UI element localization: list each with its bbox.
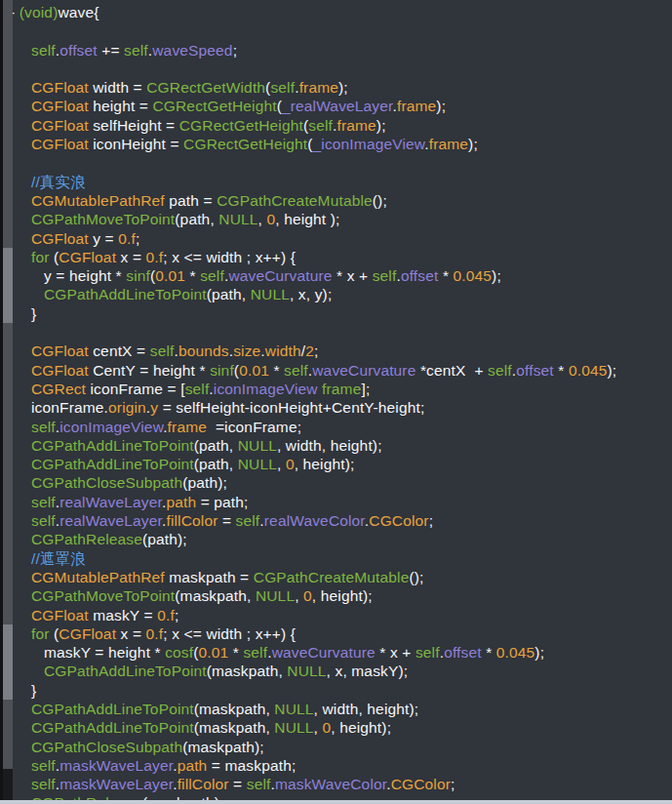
fold-region-indicator[interactable] [3,248,13,323]
code-line[interactable]: CGFloat maskY = 0.f; [0,606,672,624]
code-token-type: 0 [303,587,312,604]
code-token-plain: ); [492,267,501,284]
code-token-plain: ; [233,42,237,59]
code-token-func: self [31,419,56,435]
code-token-func: for [31,625,50,642]
code-token-func: NULL [274,719,313,736]
code-line[interactable]: CGPathAddLineToPoint(maskpath, NULL, x, … [0,662,672,680]
code-line[interactable]: CGPathAddLineToPoint(maskpath, NULL, 0, … [0,718,672,737]
code-token-plain: (path, [207,286,251,302]
code-line[interactable]: CGFloat iconHeight = CGRectGetHeight(_ic… [0,135,672,153]
code-line[interactable]: for (CGFloat x = 0.f; x <= width ; x++) … [0,248,672,266]
code-line[interactable]: CGRect iconFrame = [self.iconImageView f… [0,380,672,398]
code-line[interactable]: self.maskWaveLayer.path = maskpath; [0,756,672,775]
code-token-comment: //真实浪 [31,174,86,190]
code-token-plain: , x, y); [290,286,332,302]
code-token-type: path [178,757,208,774]
code-line[interactable] [0,60,672,78]
code-line[interactable]: CGMutablePathRef path = CGPathCreateMuta… [0,191,672,210]
code-token-plain: width = [89,79,147,96]
code-token-func: self [31,494,56,510]
code-area[interactable]: - (void)wave{ self.offset += self.waveSp… [0,3,672,804]
code-token-type: 0.045 [569,362,608,379]
code-line[interactable]: CGPathAddLineToPoint(maskpath, NULL, wid… [0,700,672,718]
code-line[interactable]: CGFloat width = CGRectGetWidth(self.fram… [0,78,672,97]
code-token-plain: ); [534,644,544,661]
code-token-ivar: maskWaveColor [275,776,386,792]
code-token-plain: ; [136,230,139,247]
code-token-ivar: maskWaveLayer [59,757,173,774]
code-token-plain: = [217,512,235,529]
code-token-func: self [150,342,175,359]
code-line[interactable]: iconFrame.origin.y = selfHeight-iconHeig… [0,398,672,417]
code-token-plain: ; [429,512,433,529]
code-token-ivar: offset [516,362,554,379]
code-line[interactable]: self.iconImageView.frame =iconFrame; [0,418,672,436]
code-token-func: self [243,644,267,661]
code-token-plain: ; [314,342,318,359]
code-token-func: self [31,776,56,792]
code-line[interactable]: //遮罩浪 [0,549,672,568]
code-token-type: 0.01 [239,362,269,379]
code-token-type: CGColor [369,512,428,529]
code-line[interactable]: CGPathMoveToPoint(path, NULL, 0, height … [0,210,672,228]
code-line[interactable]: maskY = height * cosf(0.01 * self.waveCu… [0,643,672,662]
code-line[interactable]: CGFloat CentY = height * sinf(0.01 * sel… [0,361,672,380]
code-token-type: 0.f [157,607,175,623]
code-token-plain: * x + [376,644,415,661]
code-line[interactable] [0,323,672,342]
code-token-type: CGFloat [31,98,89,114]
code-token-func: NULL [218,211,257,227]
code-line[interactable]: CGPathCloseSubpath(maskpath); [0,738,672,756]
code-token-plain: maskY = height * [44,644,165,661]
code-token-func: NULL [256,587,295,604]
code-line[interactable]: CGPathAddLineToPoint(path, NULL, 0, heig… [0,455,672,473]
code-token-plain: } [31,682,36,699]
code-line[interactable]: CGPathCloseSubpath(path); [0,473,672,492]
code-token-plain: (path, [194,437,238,454]
code-line[interactable]: //真实浪 [0,173,672,191]
code-line[interactable] [0,153,672,172]
code-token-type: CGFloat [31,79,89,96]
code-line[interactable]: } [0,304,672,323]
code-line[interactable]: CGFloat height = CGRectGetHeight(_realWa… [0,97,672,115]
code-token-type: 0 [266,211,275,227]
code-token-plain: * [438,267,453,284]
code-line[interactable]: CGFloat selfHeight = CGRectGetHeight(sel… [0,116,672,135]
code-token-func: self [31,757,56,774]
code-token-plain: (maskpath, [175,587,256,604]
code-token-plain: (path); [182,474,227,491]
code-line[interactable]: CGMutablePathRef maskpath = CGPathCreate… [0,568,672,586]
code-line[interactable]: self.offset += self.waveSpeed; [0,41,672,60]
code-line[interactable]: self.realWaveLayer.path = path; [0,493,672,511]
code-line[interactable]: CGPathMoveToPoint(maskpath, NULL, 0, hei… [0,586,672,605]
code-line[interactable]: self.realWaveLayer.fillColor = self.real… [0,511,672,530]
code-line[interactable]: CGFloat y = 0.f; [0,229,672,248]
code-line[interactable]: self.maskWaveLayer.fillColor = self.mask… [0,775,672,793]
code-line[interactable]: } [0,681,672,700]
code-token-plain: ); [607,362,616,379]
code-token-plain: , [277,456,286,472]
code-token-ivar: realWaveColor [264,512,365,529]
code-token-type: 0.f [146,249,164,265]
code-line[interactable]: y = height * sinf(0.01 * self.waveCurvat… [0,266,672,285]
code-line[interactable]: CGFloat centX = self.bounds.size.width/2… [0,342,672,360]
code-token-plain: += [98,42,124,59]
code-token-plain: path = [165,192,217,209]
code-token-plain: * [185,267,200,284]
code-token-func: self [284,362,308,379]
fold-ribbon-gutter[interactable] [3,0,13,804]
code-line[interactable]: CGPathAddLineToPoint(path, NULL, x, y); [0,285,672,303]
code-line[interactable]: CGPathAddLineToPoint(path, NULL, width, … [0,436,672,455]
code-line[interactable]: CGPathRelease(path); [0,530,672,548]
code-token-plain: (path, [194,456,238,472]
code-line[interactable] [0,21,672,40]
code-token-plain: * [482,644,496,661]
code-line[interactable]: - (void)wave{ [0,3,672,21]
code-token-ivar: realWaveLayer [59,512,162,529]
code-token-plain: x = [116,625,145,642]
code-line[interactable]: for (CGFloat x = 0.f; x <= width ; x++) … [0,624,672,643]
fold-region-indicator[interactable] [3,624,13,700]
code-token-type: CGColor [391,776,451,792]
code-token-func: CGRectGetWidth [146,79,265,96]
